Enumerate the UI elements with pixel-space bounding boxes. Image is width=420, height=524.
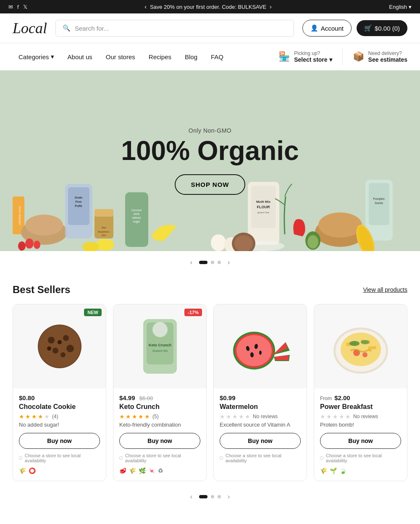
star-1: ★ <box>220 413 225 420</box>
nav-right: 🏪 Picking up? Select store ▾ 📦 Need deli… <box>278 48 407 65</box>
svg-rect-10 <box>94 209 113 217</box>
carousel-dot-2[interactable] <box>211 261 214 264</box>
store-icon: 🏪 <box>278 51 290 62</box>
store-selector[interactable]: Select store ▾ <box>294 56 332 63</box>
svg-text:Sea: Sea <box>102 226 106 229</box>
svg-point-3 <box>25 215 63 236</box>
buy-button-3[interactable]: Buy now <box>220 433 301 449</box>
promo-navigation: ‹ Save 20% on your first order. Code: BU… <box>144 3 272 10</box>
products-carousel-next-button[interactable]: › <box>224 491 233 502</box>
star-4: ★ <box>138 413 144 420</box>
chevron-down-icon: ▾ <box>409 4 412 10</box>
star-1: ★ <box>119 413 125 420</box>
delivery-estimate-link[interactable]: See estimates <box>368 56 407 63</box>
chevron-down-icon: ▾ <box>329 56 332 63</box>
products-dot-2[interactable] <box>211 495 214 498</box>
svg-point-14 <box>96 239 114 251</box>
star-5: ★ <box>144 413 150 420</box>
cart-label: $0.00 (0) <box>375 25 400 32</box>
grain-free-icon: 🌾 <box>129 467 136 474</box>
svg-text:Seeds: Seeds <box>375 202 383 204</box>
svg-point-55 <box>152 322 168 337</box>
products-carousel-dots: ‹ › <box>0 481 420 515</box>
section-title: Best Sellers <box>13 284 70 296</box>
hero-content: Only Non-GMO 100% Organic SHOP NOW <box>121 127 299 195</box>
search-bar[interactable]: 🔍 Search for... <box>55 20 294 37</box>
product-name-4: Power Breakfast <box>320 403 401 411</box>
product-name-2: Keto Crunch <box>119 403 200 411</box>
product-desc-2: Keto-friendly combination <box>119 422 200 428</box>
availability-text-1: Choose a store to see local availability <box>25 453 100 463</box>
delivery-label: Need delivery? <box>368 50 407 56</box>
language-selector[interactable]: English ▾ <box>389 4 412 10</box>
store-availability-4: Choose a store to see local availability <box>320 453 401 463</box>
svg-point-74 <box>362 352 368 357</box>
nav-item-categories[interactable]: Categories ▾ <box>13 50 60 64</box>
buy-button-1[interactable]: Buy now <box>19 433 100 449</box>
product-body-1: $0.80 Chocolate Cookie ★ ★ ★ ★ ★ (4) No … <box>13 394 106 474</box>
nav-item-recipes[interactable]: Recipes <box>143 50 177 64</box>
carousel-prev-button[interactable]: ‹ <box>187 257 196 268</box>
original-price-2: $6.00 <box>139 395 153 401</box>
carousel-next-button[interactable]: › <box>224 257 233 268</box>
view-all-link[interactable]: View all products <box>363 286 407 293</box>
cart-button[interactable]: 🛒 $0.00 (0) <box>357 20 407 36</box>
product-card-2: -17% Keto Crunch Student Mix $4.99 $6.00… <box>113 304 207 481</box>
svg-point-52 <box>58 340 62 344</box>
availability-text-3: Choose a store to see local availability <box>226 453 301 463</box>
store-availability-2: Choose a store to see local availability <box>119 453 200 463</box>
promo-next-button[interactable]: › <box>270 3 272 10</box>
best-sellers-section: Best Sellers View all products NEW <box>0 274 420 481</box>
nav-item-stores[interactable]: Our stores <box>100 50 141 64</box>
svg-point-67 <box>341 333 381 366</box>
products-carousel-prev-button[interactable]: ‹ <box>187 491 196 502</box>
nav-divider <box>342 48 343 65</box>
products-dot-3[interactable] <box>218 495 221 498</box>
svg-point-30 <box>211 234 226 251</box>
product-tags-4: 🌾 🌱 🍃 <box>320 467 401 474</box>
star-3: ★ <box>32 413 37 420</box>
promo-prev-button[interactable]: ‹ <box>144 3 147 10</box>
site-header: Local 🔍 Search for... 👤 Account 🛒 $0.00 … <box>0 13 420 43</box>
delivery-block: 📦 Need delivery? See estimates <box>353 50 407 63</box>
buy-button-4[interactable]: Buy now <box>320 433 401 449</box>
review-count-3: No reviews <box>253 414 278 419</box>
nav-item-faq[interactable]: FAQ <box>205 50 229 64</box>
svg-point-71 <box>349 341 360 346</box>
search-placeholder: Search for... <box>75 25 109 32</box>
star-4: ★ <box>239 413 244 420</box>
product-stars-3: ★ ★ ★ ★ ★ No reviews <box>220 413 301 420</box>
product-body-2: $4.99 $6.00 Keto Crunch ★ ★ ★ ★ ★ (5) Ke… <box>113 394 206 474</box>
availability-dot <box>220 456 223 460</box>
buy-button-2[interactable]: Buy now <box>119 433 200 449</box>
facebook-icon: f <box>17 4 19 10</box>
vegan-icon: ⭕ <box>29 467 36 474</box>
nav-item-blog[interactable]: Blog <box>179 50 203 64</box>
nav-label-recipes: Recipes <box>149 53 171 60</box>
logo[interactable]: Local <box>13 19 47 37</box>
account-button[interactable]: 👤 Account <box>302 20 352 37</box>
products-dot-active[interactable] <box>199 495 207 498</box>
svg-point-48 <box>66 345 74 352</box>
pickup-info: Picking up? Select store ▾ <box>294 50 332 63</box>
no-sugar-icon: 🍬 <box>148 467 155 474</box>
star-4: ★ <box>38 413 43 420</box>
product-image-4 <box>314 304 407 388</box>
product-price-4: From $2.00 <box>320 394 401 401</box>
star-1: ★ <box>19 413 24 420</box>
star-1: ★ <box>320 413 326 420</box>
hero-cta-button[interactable]: SHOP NOW <box>175 174 245 195</box>
product-image-2: -17% Keto Crunch Student Mix <box>113 304 206 388</box>
review-count-1: (4) <box>52 414 58 419</box>
select-store-label: Select store <box>294 56 327 63</box>
availability-text-2: Choose a store to see local availability <box>125 453 200 463</box>
carousel-dot-active[interactable] <box>199 261 207 264</box>
carousel-dot-3[interactable] <box>218 261 221 264</box>
svg-point-47 <box>63 335 69 341</box>
nav-item-about[interactable]: About us <box>62 50 98 64</box>
nav-label-stores: Our stores <box>106 53 135 60</box>
product-body-4: From $2.00 Power Breakfast ★ ★ ★ ★ ★ No … <box>314 394 407 474</box>
hero-banner: ORANGE JUICE Grain Free Puffs Sea Buckth… <box>0 71 420 251</box>
product-img-breakfast <box>329 319 392 374</box>
delivery-icon: 📦 <box>353 51 364 62</box>
